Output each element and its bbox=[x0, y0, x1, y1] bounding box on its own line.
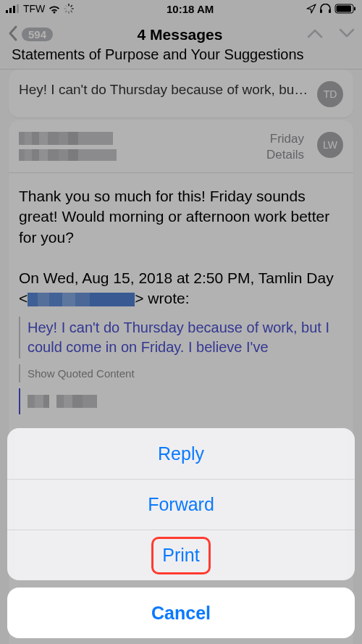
reply-button[interactable]: Reply bbox=[7, 428, 355, 479]
forward-button[interactable]: Forward bbox=[7, 479, 355, 530]
screen: TFW 10:18 AM bbox=[0, 0, 362, 644]
action-sheet: Reply Forward Print Cancel bbox=[7, 428, 355, 638]
cancel-button[interactable]: Cancel bbox=[7, 587, 355, 638]
action-sheet-group: Reply Forward Print bbox=[7, 428, 355, 580]
print-label: Print bbox=[162, 545, 199, 566]
print-button[interactable]: Print bbox=[7, 530, 355, 580]
